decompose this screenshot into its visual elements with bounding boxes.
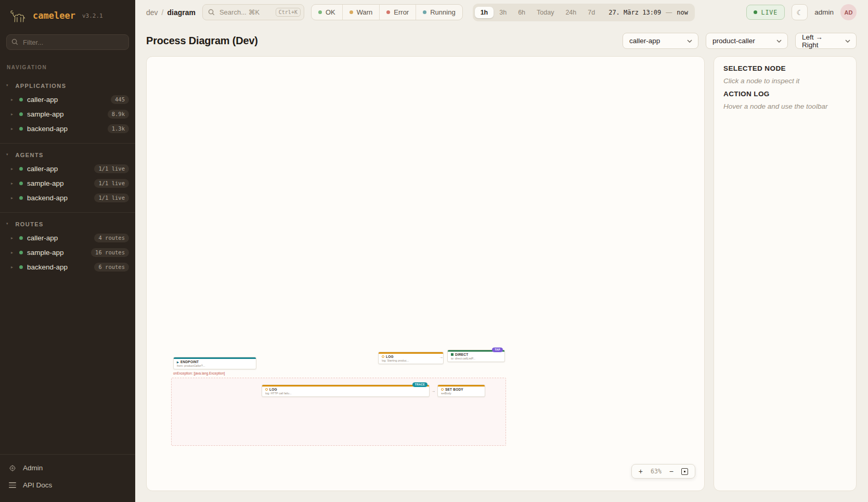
section-label: AGENTS xyxy=(16,152,44,158)
zoom-out-button[interactable]: − xyxy=(669,468,673,475)
brand-name: cameleer xyxy=(33,10,75,21)
time-range-today[interactable]: Today xyxy=(531,7,560,18)
sidebar-item-api-docs[interactable]: API Docs xyxy=(0,477,135,494)
count-badge: 445 xyxy=(111,95,129,104)
status-dot xyxy=(19,98,23,101)
log-icon xyxy=(265,388,268,391)
section-header-applications[interactable]: ▾ APPLICATIONS xyxy=(0,81,135,92)
selected-node-title: SELECTED NODE xyxy=(723,65,847,72)
app-select[interactable]: caller-app xyxy=(623,33,698,49)
time-from[interactable]: 27. März 13:09 xyxy=(608,9,661,16)
sidebar-item-agents-sample-app[interactable]: ▸ sample-app 1/1 live xyxy=(0,176,135,190)
avatar-initials: AD xyxy=(845,9,853,16)
time-range-3h[interactable]: 3h xyxy=(494,7,512,18)
sidebar-section-routes: ▾ ROUTES ▸ caller-app 4 routes ▸ sample-… xyxy=(0,212,135,274)
fit-view-icon xyxy=(684,471,685,472)
node-log-start[interactable]: LOG log: Starting produc... xyxy=(378,352,444,364)
status-dot xyxy=(19,182,23,185)
route-select[interactable]: product-caller xyxy=(706,33,788,49)
sidebar-item-routes-backend-app[interactable]: ▸ backend-app 6 routes xyxy=(0,260,135,274)
running-dot-icon xyxy=(423,10,426,14)
filter-chip-ok[interactable]: OK xyxy=(312,5,342,20)
sidebar-item-applications-backend-app[interactable]: ▸ backend-app 1.3k xyxy=(0,121,135,136)
search-icon xyxy=(11,38,18,45)
section-header-routes[interactable]: ▾ ROUTES xyxy=(0,219,135,230)
filter-chip-warn[interactable]: Warn xyxy=(342,5,380,20)
node-endpoint[interactable]: ▶ ENDPOINT from: productCaller?... xyxy=(173,357,256,369)
chevron-right-icon: ▸ xyxy=(11,181,15,186)
filter-chip-error[interactable]: Error xyxy=(379,5,416,20)
nav-section-label: NAVIGATION xyxy=(7,65,128,70)
app-select-value: caller-app xyxy=(629,37,660,45)
routes-badge: 16 routes xyxy=(91,248,129,257)
gear-icon xyxy=(9,465,16,472)
count-badge: 1.3k xyxy=(108,124,129,133)
sidebar-item-routes-sample-app[interactable]: ▸ sample-app 16 routes xyxy=(0,245,135,260)
item-label: caller-app xyxy=(27,165,90,173)
chevron-down-icon: ▾ xyxy=(6,83,8,88)
sidebar-item-agents-backend-app[interactable]: ▸ backend-app 1/1 live xyxy=(0,190,135,205)
sidebar: cameleer v3.2.1 NAVIGATION ▾ APPLICATION… xyxy=(0,0,135,502)
time-to[interactable]: now xyxy=(677,9,688,16)
avatar[interactable]: AD xyxy=(840,4,857,20)
direction-select[interactable]: Left → Right xyxy=(795,33,857,49)
chevron-down-icon xyxy=(845,40,850,43)
chevron-right-icon: ▸ xyxy=(11,250,15,255)
live-badge: 1/1 live xyxy=(94,179,129,188)
sidebar-item-applications-sample-app[interactable]: ▸ sample-app 8.9k xyxy=(0,107,135,121)
zoom-in-button[interactable]: + xyxy=(639,468,643,475)
direction-select-value: Left → Right xyxy=(802,33,841,49)
status-dot xyxy=(19,127,23,131)
fit-view-button[interactable] xyxy=(681,468,688,475)
sidebar-item-agents-caller-app[interactable]: ▸ caller-app 1/1 live xyxy=(0,161,135,176)
live-dot-icon xyxy=(754,10,757,14)
time-range-1h[interactable]: 1h xyxy=(475,7,494,18)
live-toggle[interactable]: LIVE xyxy=(746,5,785,20)
time-range-24h[interactable]: 24h xyxy=(560,7,582,18)
sidebar-item-routes-caller-app[interactable]: ▸ caller-app 4 routes xyxy=(0,230,135,245)
search-icon xyxy=(208,9,215,16)
time-separator: — xyxy=(666,9,672,16)
chevron-right-icon: ▸ xyxy=(11,196,15,200)
node-title: DIRECT xyxy=(455,353,468,356)
breadcrumb-separator: / xyxy=(162,8,164,17)
chevron-down-icon: ▾ xyxy=(6,152,8,157)
section-header-agents[interactable]: ▾ AGENTS xyxy=(0,150,135,161)
log-icon xyxy=(382,355,384,358)
sidebar-section-agents: ▾ AGENTS ▸ caller-app 1/1 live ▸ sample-… xyxy=(0,143,135,205)
node-subtitle: log: HTTP call failu... xyxy=(265,392,426,395)
diagram-canvas[interactable]: ▶ ENDPOINT from: productCaller?... onExc… xyxy=(146,56,705,491)
chip-label: Warn xyxy=(357,8,373,16)
time-range-7d[interactable]: 7d xyxy=(582,7,601,18)
node-set-body[interactable]: SET BODY setBody xyxy=(437,384,485,397)
live-badge: 1/1 live xyxy=(94,194,129,202)
time-range-6h[interactable]: 6h xyxy=(512,7,531,18)
user-name: admin xyxy=(814,8,834,16)
app-window: cameleer v3.2.1 NAVIGATION ▾ APPLICATION… xyxy=(0,0,868,502)
theme-toggle-button[interactable]: ☾ xyxy=(792,4,808,20)
warn-dot-icon xyxy=(349,10,353,14)
node-direct[interactable]: TAP DIRECT to: direct:callListP... xyxy=(447,350,505,362)
chevron-right-icon: ▸ xyxy=(11,97,15,102)
item-label: backend-app xyxy=(27,125,103,133)
node-title: ENDPOINT xyxy=(180,360,199,364)
search-input[interactable] xyxy=(218,8,272,17)
node-log-http[interactable]: TRACE LOG log: HTTP call failu... xyxy=(262,384,430,397)
set-body-icon xyxy=(441,388,444,391)
page-header: Process Diagram (Dev) caller-app product… xyxy=(135,24,868,56)
count-badge: 8.9k xyxy=(108,110,129,119)
play-icon: ▶ xyxy=(177,361,179,364)
main-area: dev / diagram Ctrl+K OK Warn xyxy=(135,0,868,502)
status-dot xyxy=(19,167,23,171)
breadcrumb-parent[interactable]: dev xyxy=(146,8,158,17)
sidebar-filter-input[interactable] xyxy=(6,34,129,50)
filter-chip-running[interactable]: Running xyxy=(416,5,462,20)
node-title: LOG xyxy=(269,388,277,391)
inspector-panel: SELECTED NODE Click a node to inspect it… xyxy=(714,56,857,491)
sidebar-item-applications-caller-app[interactable]: ▸ caller-app 445 xyxy=(0,92,135,107)
sidebar-item-admin[interactable]: Admin xyxy=(0,459,135,477)
breadcrumb: dev / diagram xyxy=(146,8,196,17)
status-dot xyxy=(19,251,23,254)
chevron-right-icon: ▸ xyxy=(11,166,15,171)
selected-node-hint: Click a node to inspect it xyxy=(723,77,847,85)
